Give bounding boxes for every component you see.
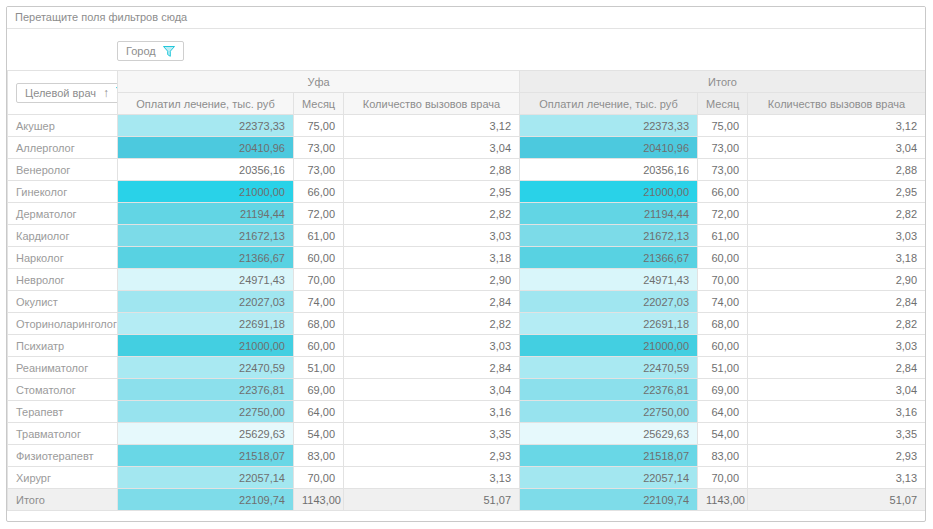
cell-ufa-paid[interactable]: 22750,00 xyxy=(118,401,294,423)
cell-total-paid[interactable]: 22691,18 xyxy=(520,313,698,335)
cell-total-calls[interactable]: 2,88 xyxy=(748,159,926,181)
cell-total-calls[interactable]: 2,90 xyxy=(748,269,926,291)
cell-ufa-month[interactable]: 60,00 xyxy=(294,247,344,269)
cell-total-month[interactable]: 51,00 xyxy=(698,357,748,379)
row-label[interactable]: Травматолог xyxy=(8,423,118,445)
cell-total-paid[interactable]: 20410,96 xyxy=(520,137,698,159)
cell-total-month[interactable]: 69,00 xyxy=(698,379,748,401)
cell-ufa-month[interactable]: 68,00 xyxy=(294,313,344,335)
cell-total-month[interactable]: 75,00 xyxy=(698,115,748,137)
row-label[interactable]: Стоматолог xyxy=(8,379,118,401)
cell-ufa-calls[interactable]: 2,95 xyxy=(344,181,520,203)
cell-ufa-calls[interactable]: 3,18 xyxy=(344,247,520,269)
row-label[interactable]: Оториноларинголог xyxy=(8,313,118,335)
header-total-month[interactable]: Месяц xyxy=(698,93,748,115)
cell-total-calls[interactable]: 3,35 xyxy=(748,423,926,445)
cell-ufa-paid[interactable]: 22691,18 xyxy=(118,313,294,335)
filter-drop-area[interactable]: Перетащите поля фильтров сюда xyxy=(7,7,925,29)
cell-ufa-calls[interactable]: 2,93 xyxy=(344,445,520,467)
cell-ufa-calls[interactable]: 3,12 xyxy=(344,115,520,137)
cell-total-paid[interactable]: 22470,59 xyxy=(520,357,698,379)
cell-ufa-month[interactable]: 73,00 xyxy=(294,137,344,159)
filter-funnel-icon[interactable] xyxy=(163,46,175,57)
header-ufa-calls[interactable]: Количество вызовов врача xyxy=(344,93,520,115)
column-group-ufa[interactable]: Уфа xyxy=(118,71,520,93)
cell-total-paid[interactable]: 24971,43 xyxy=(520,269,698,291)
cell-ufa-paid[interactable]: 22027,03 xyxy=(118,291,294,313)
cell-total-month[interactable]: 60,00 xyxy=(698,335,748,357)
cell-total-paid[interactable]: 21000,00 xyxy=(520,335,698,357)
cell-total-month[interactable]: 64,00 xyxy=(698,401,748,423)
cell-ufa-paid[interactable]: 25629,63 xyxy=(118,423,294,445)
header-ufa-month[interactable]: Месяц xyxy=(294,93,344,115)
header-total-calls[interactable]: Количество вызовов врача xyxy=(748,93,926,115)
cell-total-calls[interactable]: 2,95 xyxy=(748,181,926,203)
cell-total-paid[interactable]: 21518,07 xyxy=(520,445,698,467)
cell-total-calls[interactable]: 2,84 xyxy=(748,357,926,379)
cell-ufa-month[interactable]: 74,00 xyxy=(294,291,344,313)
cell-ufa-paid[interactable]: 21000,00 xyxy=(118,335,294,357)
cell-ufa-paid[interactable]: 21366,67 xyxy=(118,247,294,269)
cell-ufa-calls[interactable]: 2,84 xyxy=(344,357,520,379)
cell-total-calls[interactable]: 2,93 xyxy=(748,445,926,467)
row-label[interactable]: Хирург xyxy=(8,467,118,489)
cell-ufa-paid[interactable]: 22109,74 xyxy=(118,489,294,511)
row-label[interactable]: Психиатр xyxy=(8,335,118,357)
cell-total-calls[interactable]: 3,03 xyxy=(748,335,926,357)
cell-total-month[interactable]: 74,00 xyxy=(698,291,748,313)
row-label[interactable]: Акушер xyxy=(8,115,118,137)
cell-ufa-month[interactable]: 64,00 xyxy=(294,401,344,423)
row-label[interactable]: Терапевт xyxy=(8,401,118,423)
row-label[interactable]: Кардиолог xyxy=(8,225,118,247)
header-ufa-paid[interactable]: Оплатил лечение, тыс. руб xyxy=(118,93,294,115)
row-label[interactable]: Физиотерапевт xyxy=(8,445,118,467)
cell-ufa-paid[interactable]: 21518,07 xyxy=(118,445,294,467)
cell-total-paid[interactable]: 22109,74 xyxy=(520,489,698,511)
cell-total-calls[interactable]: 3,12 xyxy=(748,115,926,137)
cell-total-calls[interactable]: 2,82 xyxy=(748,313,926,335)
cell-total-calls[interactable]: 2,82 xyxy=(748,203,926,225)
cell-ufa-calls[interactable]: 3,35 xyxy=(344,423,520,445)
cell-ufa-month[interactable]: 1143,00 xyxy=(294,489,344,511)
row-label[interactable]: Невролог xyxy=(8,269,118,291)
cell-total-month[interactable]: 70,00 xyxy=(698,467,748,489)
cell-ufa-calls[interactable]: 2,84 xyxy=(344,291,520,313)
cell-total-paid[interactable]: 22750,00 xyxy=(520,401,698,423)
cell-total-paid[interactable]: 22373,33 xyxy=(520,115,698,137)
cell-total-month[interactable]: 68,00 xyxy=(698,313,748,335)
cell-ufa-calls[interactable]: 3,13 xyxy=(344,467,520,489)
cell-ufa-calls[interactable]: 2,88 xyxy=(344,159,520,181)
cell-total-month[interactable]: 54,00 xyxy=(698,423,748,445)
cell-ufa-month[interactable]: 66,00 xyxy=(294,181,344,203)
cell-total-calls[interactable]: 3,16 xyxy=(748,401,926,423)
cell-ufa-paid[interactable]: 21672,13 xyxy=(118,225,294,247)
cell-ufa-month[interactable]: 83,00 xyxy=(294,445,344,467)
cell-ufa-calls[interactable]: 2,82 xyxy=(344,313,520,335)
cell-total-month[interactable]: 73,00 xyxy=(698,137,748,159)
cell-ufa-paid[interactable]: 20410,96 xyxy=(118,137,294,159)
cell-ufa-month[interactable]: 51,00 xyxy=(294,357,344,379)
cell-total-calls[interactable]: 2,84 xyxy=(748,291,926,313)
cell-ufa-calls[interactable]: 3,04 xyxy=(344,379,520,401)
cell-total-calls[interactable]: 51,07 xyxy=(748,489,926,511)
cell-ufa-month[interactable]: 72,00 xyxy=(294,203,344,225)
cell-ufa-month[interactable]: 54,00 xyxy=(294,423,344,445)
row-label[interactable]: Дерматолог xyxy=(8,203,118,225)
row-label[interactable]: Итого xyxy=(8,489,118,511)
cell-total-calls[interactable]: 3,03 xyxy=(748,225,926,247)
cell-total-paid[interactable]: 20356,16 xyxy=(520,159,698,181)
cell-ufa-month[interactable]: 69,00 xyxy=(294,379,344,401)
cell-total-paid[interactable]: 22057,14 xyxy=(520,467,698,489)
cell-total-month[interactable]: 60,00 xyxy=(698,247,748,269)
cell-ufa-paid[interactable]: 20356,16 xyxy=(118,159,294,181)
cell-total-month[interactable]: 72,00 xyxy=(698,203,748,225)
header-total-paid[interactable]: Оплатил лечение, тыс. руб xyxy=(520,93,698,115)
cell-ufa-paid[interactable]: 22057,14 xyxy=(118,467,294,489)
cell-total-month[interactable]: 1143,00 xyxy=(698,489,748,511)
cell-ufa-month[interactable]: 61,00 xyxy=(294,225,344,247)
row-label[interactable]: Гинеколог xyxy=(8,181,118,203)
cell-total-paid[interactable]: 21672,13 xyxy=(520,225,698,247)
cell-ufa-paid[interactable]: 24971,43 xyxy=(118,269,294,291)
cell-ufa-paid[interactable]: 22373,33 xyxy=(118,115,294,137)
cell-total-calls[interactable]: 3,13 xyxy=(748,467,926,489)
